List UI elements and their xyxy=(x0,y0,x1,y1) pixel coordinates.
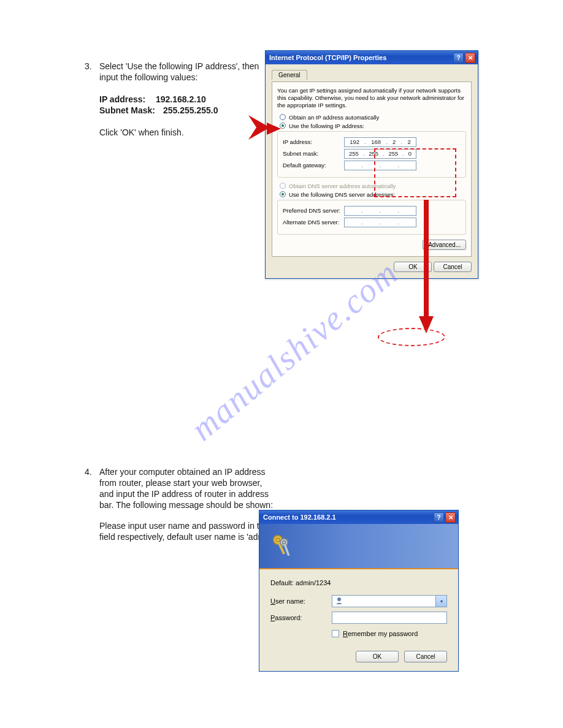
default-credentials: Default: admin/1234 xyxy=(270,579,447,586)
step4-line-a: After your computer obtained an IP addre… xyxy=(99,467,266,477)
close-button[interactable]: ✕ xyxy=(445,512,456,523)
step3-line-b: input the following values: xyxy=(99,72,197,82)
intro-text: You can get IP settings assigned automat… xyxy=(277,87,466,109)
red-highlight-box xyxy=(374,148,456,197)
step5-line-b: field respectively, default user name is… xyxy=(99,532,276,542)
doc-ip-value: 192.168.2.10 xyxy=(156,94,206,104)
subnet-mask-label: Subnet mask: xyxy=(283,150,344,157)
help-button[interactable]: ? xyxy=(434,512,444,523)
keys-icon xyxy=(268,531,296,559)
red-arrow-down-icon xyxy=(419,200,434,335)
step4-line-b: from router, please start your web brows… xyxy=(99,478,262,488)
dialog-titlebar: Internet Protocol (TCP/IP) Properties ? … xyxy=(266,51,478,64)
password-label: Password: xyxy=(270,614,332,621)
red-highlight-oval xyxy=(378,328,445,346)
remember-label: Remember my password xyxy=(343,630,418,637)
username-combo[interactable]: ▾ xyxy=(332,595,447,607)
help-button[interactable]: ? xyxy=(453,53,464,63)
step4-line-c: and input the IP address of router in ad… xyxy=(99,489,269,499)
preferred-dns-label: Preferred DNS server: xyxy=(283,207,344,214)
alternate-dns-input[interactable]: . . . xyxy=(344,218,416,227)
dialog-titlebar: Connect to 192.168.2.1 ? ✕ xyxy=(259,510,458,524)
step3-number: 3. xyxy=(85,61,92,71)
radio-checked-icon xyxy=(280,191,286,197)
dialog-title: Internet Protocol (TCP/IP) Properties xyxy=(269,54,386,61)
radio-disabled-icon xyxy=(280,183,286,189)
red-arrow-right-icon xyxy=(245,110,282,141)
doc-mask-value: 255.255.255.0 xyxy=(163,105,218,115)
radio-use-ip[interactable]: Use the following IP address: xyxy=(280,123,466,129)
cancel-button[interactable]: Cancel xyxy=(404,651,447,662)
step3-line-a: Select 'Use the following IP address', t… xyxy=(99,61,259,71)
doc-mask-label: Subnet Mask: xyxy=(99,105,155,115)
dns-group: Preferred DNS server: . . . Alternate DN… xyxy=(277,200,466,235)
close-button[interactable]: ✕ xyxy=(465,53,475,63)
svg-marker-0 xyxy=(248,115,270,140)
doc-ip-label: IP address: xyxy=(99,94,145,104)
preferred-dns-input[interactable]: . . . xyxy=(344,206,416,216)
ip-address-input[interactable]: 192. 168. 2. 2 xyxy=(344,137,416,147)
radio-obtain-ip[interactable]: Obtain an IP address automatically xyxy=(280,114,466,121)
step5-line-a: Please input user name and password in t… xyxy=(99,521,269,531)
svg-point-7 xyxy=(280,539,288,546)
connect-dialog: Connect to 192.168.2.1 ? ✕ Default: admi… xyxy=(259,510,459,672)
svg-rect-9 xyxy=(284,545,289,556)
user-icon xyxy=(335,596,343,606)
ok-button[interactable]: OK xyxy=(356,651,399,662)
ip-address-label: IP address: xyxy=(283,138,344,145)
radio-label: Use the following IP address: xyxy=(289,123,364,129)
dialog-banner xyxy=(259,524,458,569)
doc-click-ok: Click 'OK' when finish. xyxy=(99,127,184,137)
step4-number: 4. xyxy=(85,467,92,477)
svg-rect-2 xyxy=(424,200,429,319)
svg-marker-1 xyxy=(267,123,281,135)
checkbox-icon xyxy=(332,630,339,637)
svg-point-10 xyxy=(337,597,341,601)
step4-line-d: bar. The following message should be sho… xyxy=(99,500,273,510)
tab-general[interactable]: General xyxy=(272,70,307,80)
remember-password-checkbox[interactable]: Remember my password xyxy=(332,630,447,637)
dialog-title: Connect to 192.168.2.1 xyxy=(263,514,336,521)
username-label: User name: xyxy=(270,597,332,605)
alternate-dns-label: Alternate DNS server: xyxy=(283,219,344,226)
chevron-down-icon[interactable]: ▾ xyxy=(435,596,446,607)
default-gateway-label: Default gateway: xyxy=(283,162,344,169)
radio-label: Obtain an IP address automatically xyxy=(289,114,379,121)
cancel-button[interactable]: Cancel xyxy=(434,262,472,272)
password-input[interactable] xyxy=(332,612,447,624)
